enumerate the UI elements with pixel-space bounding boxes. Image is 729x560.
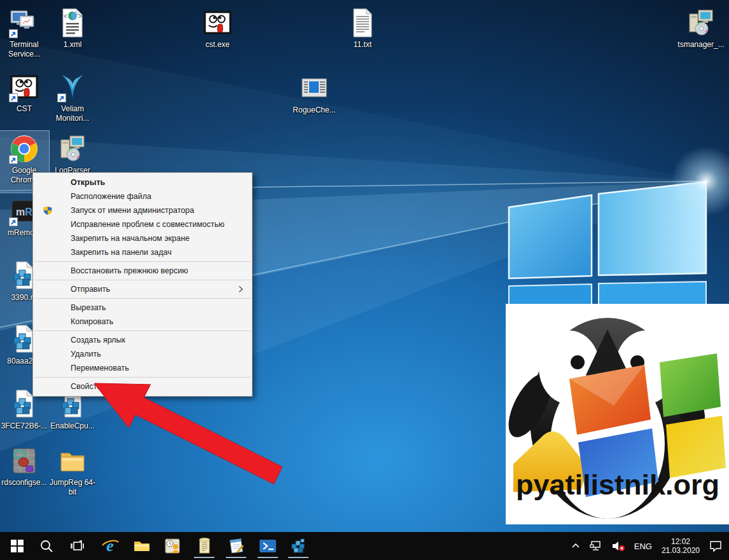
- shortcut-arrow-icon: [9, 217, 18, 226]
- menu-item-file-location[interactable]: Расположение файла: [33, 189, 252, 203]
- context-menu: Открыть Расположение файла Запуск от име…: [32, 172, 253, 397]
- chevron-up-icon: [571, 541, 581, 551]
- pyatilistnik-watermark-image: pyatilistnik.org: [506, 304, 729, 524]
- desktop-icon-1-xml[interactable]: < > 1.xml: [48, 8, 97, 50]
- desktop-icon-rogueche[interactable]: RogueChe...: [289, 73, 339, 115]
- icon-label: JumpReg 64-bit: [48, 478, 97, 497]
- chrome-icon: [9, 133, 39, 164]
- network-icon: [590, 540, 602, 552]
- icon-label: 11.txt: [354, 40, 371, 50]
- menu-separator: [34, 377, 251, 378]
- search-button[interactable]: [33, 533, 60, 559]
- notepad-icon: [227, 537, 245, 555]
- menu-item-label: Запуск от имени администратора: [71, 206, 194, 215]
- menu-item-label: Отправить: [71, 285, 110, 294]
- xml-file-icon: < >: [57, 8, 88, 38]
- task-view-button[interactable]: [64, 533, 90, 559]
- icon-label: 1.xml: [64, 40, 82, 50]
- tray-date: 21.03.2020: [662, 546, 700, 555]
- uac-shield-icon: [43, 206, 52, 215]
- menu-item-create-shortcut[interactable]: Создать ярлык: [33, 333, 252, 347]
- desktop-icon-11-txt[interactable]: 11.txt: [338, 8, 387, 50]
- start-button[interactable]: [4, 533, 31, 559]
- cst-app-icon: [9, 72, 39, 102]
- icon-label: CST: [17, 104, 32, 114]
- icon-label: rdsconfigse...: [1, 478, 46, 488]
- menu-item-copy[interactable]: Копировать: [33, 315, 252, 329]
- menu-item-send-to[interactable]: Отправить: [33, 282, 252, 296]
- installer-icon: [686, 8, 716, 38]
- menu-item-rename[interactable]: Переименовать: [33, 361, 252, 375]
- folder-icon: [57, 446, 88, 476]
- text-file-icon: [347, 8, 378, 38]
- window-app-icon: [299, 73, 330, 104]
- script-app-button[interactable]: [191, 533, 218, 559]
- desktop-icon-terminal-service[interactable]: Terminal Service...: [0, 8, 49, 59]
- icon-label: EnableCpu...: [50, 421, 94, 431]
- menu-item-properties[interactable]: Свойства: [33, 379, 252, 393]
- shortcut-arrow-icon: [9, 93, 18, 102]
- remote-desktop-manager-icon: [163, 537, 181, 555]
- desktop-icon-veliam[interactable]: Veliam Monitori...: [48, 72, 97, 123]
- internet-explorer-icon: e: [101, 536, 120, 556]
- desktop-icon-tsmanager[interactable]: tsmanager_...: [676, 8, 726, 50]
- hidden-icons-chevron[interactable]: [566, 533, 585, 559]
- menu-item-pin-to-start[interactable]: Закрепить на начальном экране: [33, 231, 252, 245]
- desktop-icon-cst[interactable]: CST: [0, 72, 49, 114]
- powershell-button[interactable]: [254, 533, 281, 559]
- powershell-icon: [258, 536, 277, 556]
- installer-icon: [57, 133, 88, 164]
- menu-item-run-as-admin[interactable]: Запуск от имени администратора: [33, 203, 252, 217]
- search-icon: [39, 538, 54, 554]
- shortcut-arrow-icon: [9, 155, 18, 164]
- menu-item-open[interactable]: Открыть: [33, 175, 252, 189]
- language-indicator[interactable]: ENG: [630, 533, 656, 559]
- clock[interactable]: 12:02 21.03.2020: [656, 537, 705, 555]
- windows-logo-icon: [10, 539, 24, 553]
- volume-tray-button[interactable]: [607, 533, 630, 559]
- internet-explorer-button[interactable]: e: [97, 533, 123, 559]
- svg-text:e: e: [106, 536, 114, 555]
- registry-editor-icon: [289, 537, 307, 555]
- icon-label: Terminal Service...: [0, 40, 49, 59]
- menu-item-restore-previous-version[interactable]: Восстановить прежнюю версию: [33, 264, 252, 278]
- shortcut-arrow-icon: [9, 29, 18, 38]
- chevron-right-icon: [237, 285, 244, 293]
- svg-text:>: >: [78, 13, 82, 20]
- network-tray-button[interactable]: [585, 533, 607, 559]
- notepad-button[interactable]: [223, 533, 249, 559]
- icon-label: Veliam Monitori...: [48, 104, 97, 123]
- cst-app-icon: [202, 8, 233, 38]
- icon-label: tsmanager_...: [677, 40, 724, 50]
- menu-item-pin-to-taskbar[interactable]: Закрепить на панели задач: [33, 245, 252, 259]
- windows-desktop[interactable]: Terminal Service... < > 1.xml cst.exe: [0, 0, 729, 560]
- terminal-service-icon: [9, 8, 39, 38]
- watermark-site-text: pyatilistnik.org: [516, 469, 719, 500]
- desktop-icon-cst-exe[interactable]: cst.exe: [193, 8, 242, 50]
- taskbar: e: [0, 532, 729, 560]
- file-explorer-button[interactable]: [128, 533, 155, 559]
- desktop-icon-jumpreg[interactable]: JumpReg 64-bit: [48, 446, 97, 497]
- icon-label: cst.exe: [205, 40, 230, 50]
- desktop-icon-rdsconfigse[interactable]: rdsconfigse...: [0, 446, 49, 488]
- rdsconfig-icon: [9, 446, 39, 476]
- svg-text:mR: mR: [16, 207, 32, 217]
- menu-separator: [34, 280, 251, 280]
- desktop-icon-logparser[interactable]: LogParser: [48, 133, 97, 175]
- action-center-button[interactable]: [705, 533, 726, 559]
- registry-editor-button[interactable]: [285, 533, 312, 559]
- menu-separator: [34, 298, 251, 299]
- menu-separator: [34, 261, 251, 262]
- svg-text:<: <: [64, 13, 67, 20]
- icon-label: 3FCE72B6-...: [1, 421, 48, 431]
- menu-item-cut[interactable]: Вырезать: [33, 301, 252, 315]
- task-view-icon: [69, 538, 85, 554]
- action-center-icon: [709, 540, 722, 552]
- file-explorer-icon: [133, 537, 151, 555]
- menu-item-delete[interactable]: Удалить: [33, 347, 252, 361]
- remote-desktop-manager-button[interactable]: [159, 533, 186, 559]
- menu-item-troubleshoot-compatibility[interactable]: Исправление проблем с совместимостью: [33, 217, 252, 231]
- veliam-icon: [57, 72, 88, 102]
- volume-muted-icon: [611, 540, 625, 552]
- system-tray: ENG 12:02 21.03.2020: [566, 532, 726, 560]
